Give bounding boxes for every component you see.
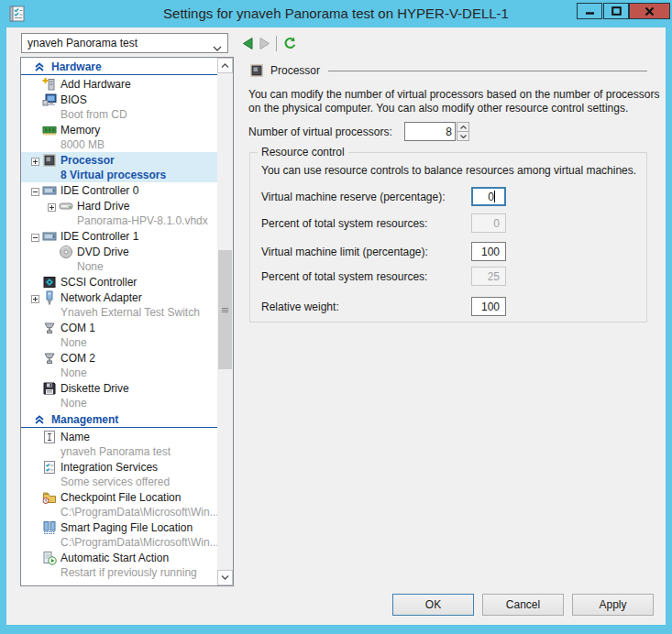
expander-spacer (48, 247, 56, 256)
sidebar-item-sublabel[interactable]: C:\ProgramData\Microsoft\Win... (21, 505, 217, 519)
apply-button[interactable]: Apply (572, 594, 654, 616)
vm-limit-value: 100 (481, 246, 500, 258)
name-icon (42, 430, 57, 444)
cancel-button[interactable]: Cancel (482, 594, 564, 616)
sidebar-item-label: COM 1 (61, 322, 95, 334)
expander-spacer (31, 95, 39, 104)
expand-plus-icon[interactable] (48, 202, 56, 210)
ok-button[interactable]: OK (392, 594, 474, 616)
sidebar-item-sublabel[interactable]: 8000 MB (21, 137, 217, 152)
scrollbar-thumb[interactable] (218, 250, 232, 369)
expander-spacer (31, 553, 39, 562)
sidebar-item-label: SCSI Controller (61, 276, 137, 289)
virtual-processors-input[interactable]: 8 (404, 122, 456, 141)
sidebar-item-sublabel[interactable]: Panorama-HPV-8.1.0.vhdx (21, 213, 217, 228)
sidebar-item-sublabel[interactable]: Restart if previously running (21, 565, 217, 580)
sidebar-item-integration-services[interactable]: Integration Services (21, 459, 217, 475)
sidebar-section-management[interactable]: Management (21, 412, 217, 428)
sidebar-item-sublabel[interactable]: None (21, 335, 217, 350)
section-label: Hardware (51, 60, 102, 73)
sidebar-item-label: COM 2 (61, 352, 95, 365)
settings-window: Settings for ynaveh Panorama test on HYP… (0, 0, 672, 634)
sidebar-item-sublabel[interactable]: None (21, 259, 217, 274)
sidebar-item-label: Automatic Start Action (61, 552, 169, 564)
reserve-percent-row: Percent of total system resources:0 (250, 213, 646, 233)
expander-spacer (31, 523, 39, 531)
sidebar-item-sublabel[interactable]: Ynaveh External Test Switch (21, 305, 217, 320)
autostart-icon (42, 551, 57, 565)
maximize-button[interactable] (603, 3, 629, 19)
collapse-minus-icon[interactable] (31, 186, 39, 194)
com-port-icon (42, 351, 57, 366)
expand-plus-icon[interactable] (31, 293, 39, 301)
sidebar-item-sublabel[interactable]: Some services offered (21, 475, 217, 489)
relative-weight-input[interactable]: 100 (471, 297, 506, 316)
expander-spacer (31, 323, 39, 332)
limit-percent-input: 25 (471, 267, 506, 286)
sidebar-item-automatic-start-action[interactable]: Automatic Start Action (21, 550, 217, 565)
panel-description: You can modify the number of virtual pro… (248, 88, 666, 115)
close-button[interactable] (629, 3, 670, 19)
sidebar-section-hardware[interactable]: Hardware (21, 60, 217, 75)
sidebar-item-name[interactable]: Name (21, 429, 217, 444)
hardware-list[interactable]: HardwareAdd HardwareBIOSBoot from CDMemo… (20, 57, 234, 586)
sidebar-item-ide-controller-0[interactable]: IDE Controller 0 (21, 182, 217, 198)
expander-spacer (31, 354, 39, 362)
sidebar-item-network-adapter[interactable]: Network Adapter (21, 290, 217, 305)
sidebar-item-ide-controller-1[interactable]: IDE Controller 1 (21, 228, 217, 244)
sidebar-item-checkpoint-file-location[interactable]: Checkpoint File Location (21, 489, 217, 505)
vm-reserve-input[interactable]: 0 (471, 187, 506, 206)
expander-spacer (31, 80, 39, 88)
sidebar-item-sublabel[interactable]: 8 Virtual processors (21, 168, 217, 182)
refresh-button[interactable] (281, 35, 298, 51)
sidebar-item-hard-drive[interactable]: Hard Drive (21, 198, 217, 213)
vm-selector-dropdown[interactable]: ynaveh Panorama test (21, 33, 228, 53)
sidebar-scrollbar[interactable] (217, 58, 233, 585)
sidebar-item-com-1[interactable]: COM 1 (21, 320, 217, 335)
dvd-drive-icon (59, 245, 73, 259)
diskette-icon (42, 381, 57, 396)
reserve-percent-input: 0 (471, 213, 506, 233)
sidebar-item-diskette-drive[interactable]: Diskette Drive (21, 380, 217, 396)
sidebar-item-sublabel[interactable]: None (21, 366, 217, 380)
group-description: You can use resource controls to balance… (261, 164, 636, 177)
add-hardware-icon (42, 77, 57, 92)
limit-percent-label: Percent of total system resources: (261, 270, 427, 283)
sidebar-item-sublabel[interactable]: C:\ProgramData\Microsoft\Win... (21, 535, 217, 550)
header-rule (328, 71, 647, 71)
integration-services-icon (42, 460, 57, 475)
memory-icon (42, 123, 57, 137)
spin-down-icon[interactable] (457, 131, 469, 141)
scroll-down-icon[interactable] (217, 570, 233, 585)
hard-drive-icon (59, 199, 73, 213)
sidebar-item-memory[interactable]: Memory (21, 122, 217, 137)
scroll-up-icon[interactable] (217, 58, 233, 73)
sidebar-item-com-2[interactable]: COM 2 (21, 350, 217, 366)
sidebar-item-smart-paging-file-location[interactable]: Smart Paging File Location (21, 519, 217, 535)
panel-header: Processor (249, 62, 647, 79)
vm-reserve-row: Virtual machine reserve (percentage):0 (250, 187, 646, 206)
vm-selector-value: ynaveh Panorama test (28, 37, 138, 49)
window-title: Settings for ynaveh Panorama test on HYP… (0, 0, 672, 27)
sidebar-item-sublabel[interactable]: None (21, 396, 217, 410)
collapse-chevrons-icon (34, 61, 45, 72)
sidebar-item-processor[interactable]: Processor (21, 152, 217, 168)
sidebar-item-label: Memory (61, 124, 100, 137)
minimize-button[interactable] (577, 3, 602, 19)
network-adapter-icon (42, 290, 57, 305)
vm-limit-input[interactable]: 100 (471, 242, 506, 261)
sidebar-item-scsi-controller[interactable]: SCSI Controller (21, 274, 217, 290)
virtual-processors-spinner[interactable]: 8 (404, 122, 469, 141)
navigate-back-button[interactable] (240, 36, 255, 51)
expand-plus-icon[interactable] (31, 156, 39, 164)
limit-percent-row: Percent of total system resources:25 (250, 267, 646, 286)
sidebar-item-sublabel[interactable]: Boot from CD (21, 107, 217, 122)
sidebar-item-label: Network Adapter (61, 291, 142, 304)
sidebar-item-bios[interactable]: BIOS (21, 92, 217, 107)
collapse-minus-icon[interactable] (31, 232, 39, 240)
sidebar-item-dvd-drive[interactable]: DVD Drive (21, 244, 217, 259)
sidebar-item-sublabel[interactable]: ynaveh Panorama test (21, 444, 217, 459)
bios-icon (42, 93, 57, 107)
text-caret (494, 191, 495, 202)
sidebar-item-add-hardware[interactable]: Add Hardware (21, 76, 217, 92)
